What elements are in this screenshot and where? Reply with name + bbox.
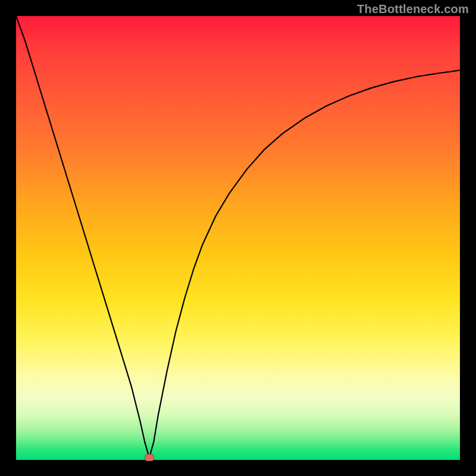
chart-curve [16,16,460,460]
plot-area [16,16,460,460]
chart-frame: TheBottleneck.com [0,0,476,476]
watermark-text: TheBottleneck.com [357,2,469,16]
curve-path [16,16,460,458]
minimum-marker [145,454,154,461]
